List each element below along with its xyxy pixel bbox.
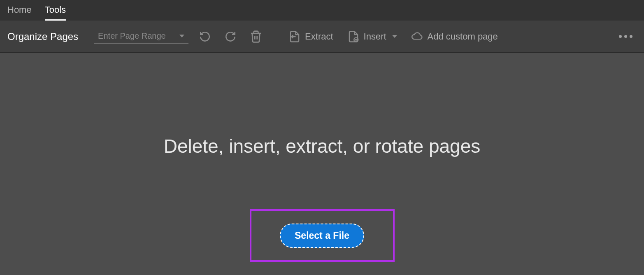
page-range-dropdown[interactable]: Enter Page Range bbox=[94, 29, 188, 44]
tab-tools[interactable]: Tools bbox=[45, 0, 66, 21]
select-file-button[interactable]: Select a File bbox=[280, 224, 364, 248]
headline-text: Delete, insert, extract, or rotate pages bbox=[0, 135, 644, 157]
top-tab-bar: Home Tools bbox=[0, 0, 644, 21]
insert-button[interactable]: Insert bbox=[344, 29, 400, 44]
tab-home[interactable]: Home bbox=[7, 0, 32, 21]
dot-icon bbox=[630, 35, 632, 38]
extract-button[interactable]: Extract bbox=[285, 29, 336, 44]
rotate-cw-button[interactable] bbox=[221, 28, 239, 46]
toolbar-divider bbox=[275, 28, 275, 46]
trash-icon bbox=[249, 30, 263, 43]
rotate-cw-icon bbox=[224, 30, 237, 43]
insert-icon bbox=[347, 30, 360, 43]
insert-label: Insert bbox=[364, 31, 386, 42]
organize-toolbar: Organize Pages Enter Page Range bbox=[0, 21, 644, 53]
main-content: Delete, insert, extract, or rotate pages… bbox=[0, 53, 644, 275]
add-custom-page-button[interactable]: Add custom page bbox=[408, 29, 501, 44]
add-custom-label: Add custom page bbox=[428, 31, 498, 42]
more-options-button[interactable] bbox=[615, 31, 637, 42]
chevron-down-icon bbox=[392, 35, 397, 38]
dot-icon bbox=[619, 35, 622, 38]
delete-button[interactable] bbox=[247, 28, 265, 46]
extract-icon bbox=[288, 30, 301, 43]
dot-icon bbox=[624, 35, 627, 38]
page-range-placeholder: Enter Page Range bbox=[98, 31, 166, 41]
select-file-highlight: Select a File bbox=[250, 209, 395, 262]
rotate-ccw-button[interactable] bbox=[196, 28, 214, 46]
cloud-icon bbox=[411, 30, 423, 43]
chevron-down-icon bbox=[179, 35, 184, 37]
extract-label: Extract bbox=[305, 31, 333, 42]
rotate-ccw-icon bbox=[198, 30, 212, 43]
toolbar-title: Organize Pages bbox=[7, 31, 78, 42]
